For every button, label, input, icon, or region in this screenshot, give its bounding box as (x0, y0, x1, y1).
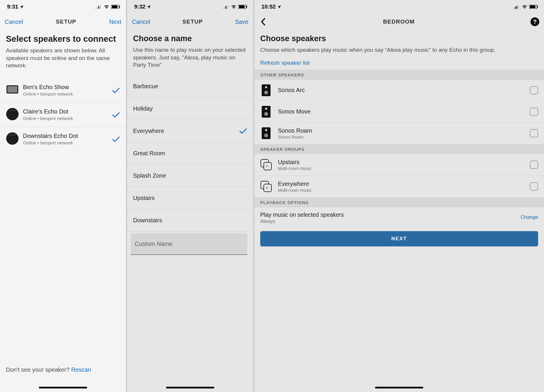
wifi-icon (104, 5, 110, 9)
name-option[interactable]: Holiday (127, 98, 253, 120)
speaker-icon (262, 106, 271, 118)
svg-rect-3 (100, 5, 101, 9)
speaker-icon (262, 84, 271, 96)
next-button[interactable]: NEXT (260, 231, 538, 246)
checkbox[interactable] (530, 86, 538, 94)
name-option[interactable]: Upstairs (127, 187, 253, 209)
speaker-row[interactable]: Claire's Echo Dot Online • benport netwo… (0, 103, 126, 127)
speaker-name: Sonos Move (278, 108, 530, 115)
page-subheading: Use this name to play music on your sele… (133, 46, 247, 69)
group-row[interactable]: Upstairs Multi-room music (254, 154, 544, 176)
home-indicator[interactable] (375, 387, 423, 388)
name-option[interactable]: Everywhere (127, 120, 253, 142)
page-heading: Choose a name (133, 34, 247, 43)
speaker-name: Sonos Arc (278, 87, 530, 94)
svg-rect-17 (518, 5, 519, 9)
echo-dot-icon (6, 132, 19, 145)
screen-choose-speakers: 10:52 BEDROOM ? Choose speakers Choose w… (254, 0, 544, 392)
page-subheading: Choose which speakers play music when yo… (260, 46, 538, 54)
name-option[interactable]: Downstairs (127, 209, 253, 232)
battery-icon (529, 5, 538, 9)
name-label: Everywhere (133, 128, 164, 134)
nav-title: SETUP (56, 19, 76, 25)
svg-rect-1 (97, 7, 98, 9)
signal-icon (95, 5, 102, 9)
location-icon (147, 5, 151, 9)
speaker-row[interactable]: Downstairs Echo Dot Online • benport net… (0, 127, 126, 151)
speaker-row[interactable]: Sonos Move (254, 101, 544, 123)
save-button[interactable]: Save (235, 19, 248, 25)
echo-show-icon (6, 85, 18, 94)
refresh-link[interactable]: Refresh speaker list (260, 60, 310, 66)
status-time: 9:31 (7, 4, 18, 10)
back-button[interactable] (259, 17, 267, 27)
section-speaker-groups: SPEAKER GROUPS (254, 144, 544, 154)
name-label: Barbecue (133, 83, 158, 90)
cancel-button[interactable]: Cancel (5, 19, 23, 25)
checkbox[interactable] (530, 108, 538, 116)
rescan-link[interactable]: Rescan (71, 366, 91, 373)
svg-rect-9 (225, 6, 226, 9)
home-indicator[interactable] (166, 387, 214, 388)
status-bar: 9:32 (127, 0, 253, 14)
svg-rect-13 (246, 6, 247, 8)
check-icon (112, 87, 120, 94)
speaker-row[interactable]: Sonos Roam Sonos Roam (254, 123, 544, 144)
group-sub: Multi-room music (278, 166, 530, 171)
name-label: Splash Zone (133, 172, 166, 179)
speaker-name: Downstairs Echo Dot (23, 133, 112, 139)
speaker-row[interactable]: Sonos Arc (254, 80, 544, 101)
battery-icon (238, 5, 247, 9)
section-playback-options: PLAYBACK OPTIONS (254, 197, 544, 207)
speaker-row[interactable]: Ben's Echo Show Online • benport network (0, 78, 126, 103)
signal-icon (223, 5, 229, 9)
nav-bar: Cancel SETUP Save (127, 14, 253, 30)
svg-rect-10 (227, 5, 228, 9)
speaker-name: Claire's Echo Dot (23, 108, 112, 115)
speaker-status: Online • benport network (23, 116, 112, 121)
status-bar: 9:31 (0, 0, 126, 14)
next-button[interactable]: Next (109, 19, 121, 25)
playback-value: Always (260, 219, 520, 224)
svg-rect-19 (530, 5, 535, 8)
group-row[interactable]: Everywhere Multi-room music (254, 176, 544, 197)
status-time: 10:52 (261, 4, 276, 10)
status-bar: 10:52 (254, 0, 544, 14)
nav-title: BEDROOM (383, 19, 415, 25)
group-icon (261, 159, 272, 170)
change-link[interactable]: Change (520, 214, 538, 220)
echo-dot-icon (6, 108, 19, 120)
screen-select-speakers: 9:31 Cancel SETUP Next Select speakers t… (0, 0, 126, 392)
battery-icon (111, 5, 120, 9)
page-subheading: Available speakers are shown below. All … (6, 47, 120, 69)
check-icon (239, 128, 247, 134)
speaker-name: Ben's Echo Show (23, 84, 112, 91)
svg-rect-6 (119, 6, 120, 8)
name-option[interactable]: Great Room (127, 142, 253, 165)
nav-bar: BEDROOM ? (254, 14, 544, 30)
location-icon (19, 5, 24, 9)
home-indicator[interactable] (39, 387, 87, 388)
location-icon (277, 5, 281, 9)
svg-rect-0 (95, 8, 96, 9)
wifi-icon (231, 5, 237, 9)
name-option[interactable]: Barbecue (127, 75, 253, 98)
group-name: Everywhere (278, 181, 530, 187)
placeholder: Custom Name (135, 241, 173, 247)
custom-name-input[interactable]: Custom Name (131, 233, 247, 255)
group-sub: Multi-room music (278, 188, 530, 193)
name-label: Upstairs (133, 195, 155, 201)
svg-rect-12 (239, 5, 245, 8)
nav-bar: Cancel SETUP Next (0, 14, 126, 30)
help-icon[interactable]: ? (530, 17, 539, 26)
check-icon (112, 136, 120, 142)
checkbox[interactable] (530, 161, 538, 169)
section-other-speakers: OTHER SPEAKERS (254, 70, 544, 80)
name-option[interactable]: Splash Zone (127, 165, 253, 187)
cancel-button[interactable]: Cancel (132, 19, 150, 25)
checkbox[interactable] (530, 182, 538, 191)
page-heading: Select speakers to connect (6, 34, 120, 44)
checkbox[interactable] (530, 129, 538, 137)
speaker-status: Online • benport network (23, 140, 112, 146)
status-time: 9:32 (134, 4, 145, 10)
